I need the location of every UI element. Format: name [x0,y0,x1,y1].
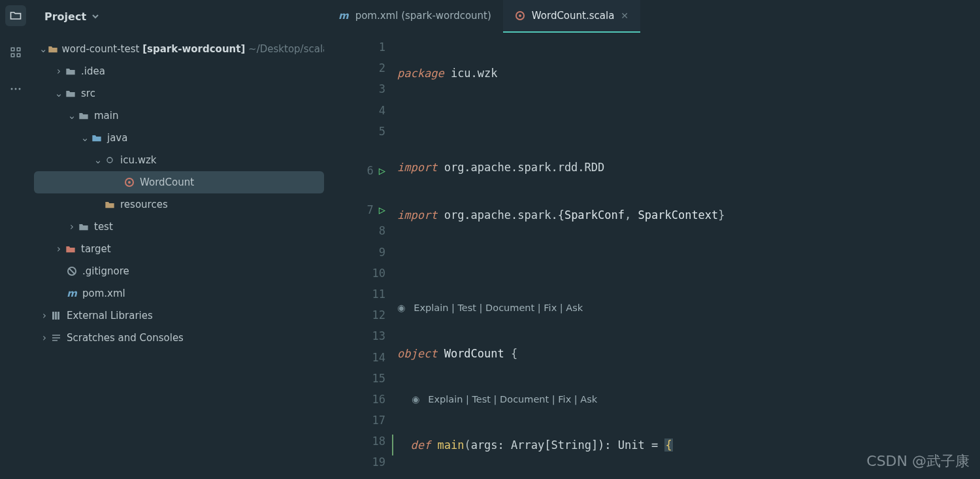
tree-item-src[interactable]: ⌄ src [34,82,324,105]
svg-point-7 [107,157,112,163]
node-label: src [81,89,95,99]
sidebar-header[interactable]: Project [31,0,327,33]
root-path: ~/Desktop/scala/w [248,44,324,54]
node-label: main [94,111,118,121]
tree-item-external-libraries[interactable]: › External Libraries [34,305,324,327]
editor-tabs: m pom.xml (spark-wordcount) WordCount.sc… [327,0,980,33]
project-tool-icon[interactable] [5,5,26,26]
node-label: External Libraries [67,311,153,321]
more-tool-icon[interactable] [5,78,26,99]
tab-wordcount[interactable]: WordCount.scala ✕ [503,0,640,33]
editor-area: m pom.xml (spark-wordcount) WordCount.sc… [327,0,980,479]
watermark: CSDN @武子康 [866,452,970,471]
lens-icon: ◉ [412,394,420,405]
chevron-down-icon: ⌄ [39,44,48,54]
project-tree: ⌄ word-count-test [spark-wordcount] ~/De… [31,33,327,479]
package-icon [103,156,116,165]
chevron-down-icon: ⌄ [67,111,77,121]
node-label: target [81,244,111,254]
maven-icon: m [338,10,349,22]
svg-point-9 [128,181,131,184]
folder-icon [64,67,77,76]
scala-object-icon [515,10,525,21]
chevron-right-icon: › [39,333,50,343]
svg-rect-2 [11,54,14,57]
tab-pom[interactable]: m pom.xml (spark-wordcount) [327,0,503,33]
chevron-down-icon: ⌄ [80,133,90,143]
node-label: .idea [81,67,105,76]
chevron-right-icon: › [67,222,77,232]
chevron-down-icon: ⌄ [54,89,64,99]
folder-icon [64,89,77,98]
node-label: pom.xml [82,289,125,299]
svg-rect-13 [57,312,59,320]
svg-rect-3 [17,54,20,57]
scratches-icon [50,333,63,343]
gitignore-icon [65,266,78,276]
root-name: word-count-test [62,44,140,54]
codelens[interactable]: ◉ Explain | Test | Document | Fix | Ask [392,299,980,317]
tree-item-gitignore[interactable]: .gitignore [34,260,324,282]
chevron-down-icon[interactable] [91,12,99,20]
tree-item-package[interactable]: ⌄ icu.wzk [34,149,324,171]
tree-item-resources[interactable]: resources [34,193,324,216]
scala-object-icon [123,177,136,188]
chevron-right-icon: › [54,67,64,76]
svg-rect-11 [52,312,54,320]
tool-rail [0,0,31,479]
project-sidebar: Project ⌄ word-count-test [spark-wordcou… [31,0,327,479]
node-label: Scratches and Consoles [67,333,184,343]
svg-rect-12 [55,312,57,320]
library-icon [50,310,63,321]
svg-point-15 [519,14,521,17]
tree-item-pom[interactable]: m pom.xml [34,282,324,305]
structure-tool-icon[interactable] [5,42,26,63]
node-label: WordCount [140,178,194,188]
maven-icon: m [65,289,78,299]
node-label: test [94,222,113,232]
sidebar-title: Project [44,10,86,23]
close-icon[interactable]: ✕ [621,10,629,21]
run-gutter-icon[interactable]: ▷ [379,203,385,216]
gutter: 1 2 3 4 5 6▷ 7▷ 8 9 10 11 12 13 14 15 16… [327,33,392,479]
tree-item-wordcount[interactable]: WordCount [34,171,324,193]
tree-item-target[interactable]: › target [34,238,324,260]
tree-item-scratches[interactable]: › Scratches and Consoles [34,327,324,349]
tree-item-java[interactable]: ⌄ java [34,127,324,149]
svg-point-6 [19,88,21,90]
node-label: icu.wzk [120,156,157,165]
tree-item-test[interactable]: › test [34,216,324,238]
code-editor[interactable]: 1 2 3 4 5 6▷ 7▷ 8 9 10 11 12 13 14 15 16… [327,33,980,479]
node-label: resources [120,200,168,210]
excluded-folder-icon [64,244,77,254]
folder-icon [77,111,90,120]
chevron-down-icon: ⌄ [93,156,103,165]
svg-point-5 [15,88,17,90]
svg-point-4 [11,88,13,90]
tree-item-main[interactable]: ⌄ main [34,105,324,127]
node-label: .gitignore [82,267,129,276]
tree-root[interactable]: ⌄ word-count-test [spark-wordcount] ~/De… [34,38,324,60]
tab-label: WordCount.scala [532,10,614,22]
lens-icon: ◉ [397,303,406,313]
tab-label: pom.xml (spark-wordcount) [355,10,491,22]
module-folder-icon [48,44,58,54]
tree-item-idea[interactable]: › .idea [34,60,324,82]
svg-rect-0 [11,48,14,51]
svg-rect-1 [17,48,20,51]
node-label: java [107,133,127,143]
folder-icon [77,222,90,231]
codelens[interactable]: ◉ Explain | Test | Document | Fix | Ask [392,390,980,408]
chevron-right-icon: › [54,244,64,254]
chevron-right-icon: › [39,311,50,321]
code-content[interactable]: package icu.wzk import org.apache.spark.… [392,33,980,479]
source-folder-icon [90,133,103,142]
resources-folder-icon [103,200,116,209]
run-gutter-icon[interactable]: ▷ [379,164,385,177]
root-module: [spark-wordcount] [142,44,245,54]
